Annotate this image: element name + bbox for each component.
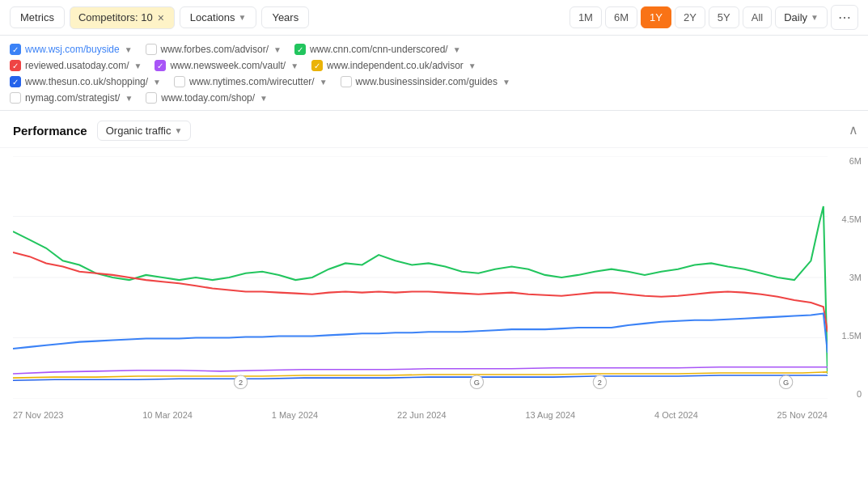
businessinsider-dropdown-icon[interactable]: ▼ (502, 78, 510, 87)
chart-y-labels: 6M 4.5M 3M 1.5M 0 (842, 156, 862, 399)
site-item-thesun[interactable]: ✓ www.thesun.co.uk/shopping/ ▼ (10, 74, 161, 89)
x-label-mar2024: 10 Mar 2024 (142, 410, 193, 420)
collapse-button[interactable]: ∧ (849, 121, 858, 137)
x-label-aug2024: 13 Aug 2024 (525, 410, 575, 420)
newsweek-dropdown-icon[interactable]: ▼ (290, 61, 299, 70)
chart-container: 6M 4.5M 3M 1.5M 0 2 G 2 (0, 148, 868, 423)
checkbox-newsweek[interactable]: ✓ (155, 60, 166, 71)
forbes-dropdown-icon[interactable]: ▼ (273, 45, 282, 54)
organic-traffic-label: Organic traffic (106, 125, 171, 137)
site-link-today: www.today.com/shop/ (161, 92, 255, 104)
check-icon-newsweek: ✓ (157, 61, 163, 70)
sites-row-3: ✓ www.thesun.co.uk/shopping/ ▼ www.nytim… (10, 74, 858, 89)
check-icon-wsj: ✓ (12, 45, 19, 54)
today-dropdown-icon[interactable]: ▼ (260, 94, 268, 103)
site-link-nytimes: www.nytimes.com/wirecutter/ (189, 76, 315, 87)
site-link-businessinsider: www.businessinsider.com/guides (356, 76, 498, 87)
independent-dropdown-icon[interactable]: ▼ (468, 61, 476, 70)
checkbox-today[interactable] (146, 92, 157, 104)
site-item-wsj[interactable]: ✓ www.wsj.com/buyside ▼ (10, 42, 133, 57)
years-button[interactable]: Years (261, 6, 309, 28)
checkbox-usatoday[interactable]: ✓ (10, 60, 21, 71)
x-label-nov2024-end: 25 Nov 2024 (777, 410, 828, 420)
usatoday-dropdown-icon[interactable]: ▼ (134, 61, 142, 70)
annotation-label-1: 2 (239, 379, 243, 387)
years-label: Years (272, 11, 299, 23)
blue-line (13, 313, 828, 353)
checkbox-forbes[interactable] (146, 44, 157, 55)
checkbox-thesun[interactable]: ✓ (10, 76, 21, 87)
sites-row-1: ✓ www.wsj.com/buyside ▼ www.forbes.com/a… (10, 42, 858, 57)
daily-label: Daily (784, 11, 807, 23)
sites-section: ✓ www.wsj.com/buyside ▼ www.forbes.com/a… (0, 36, 868, 111)
daily-button[interactable]: Daily ▼ (775, 6, 828, 28)
check-icon-independent: ✓ (314, 61, 320, 70)
checkbox-businessinsider[interactable] (341, 76, 352, 87)
site-item-nytimes[interactable]: www.nytimes.com/wirecutter/ ▼ (174, 74, 328, 89)
site-link-usatoday: reviewed.usatoday.com/ (25, 60, 129, 71)
performance-title: Performance (13, 124, 87, 138)
x-label-jun2024: 22 Jun 2024 (397, 410, 447, 420)
checkbox-nytimes[interactable] (174, 76, 185, 87)
x-label-nov2023: 27 Nov 2023 (13, 410, 63, 420)
site-link-forbes: www.forbes.com/advisor/ (161, 44, 269, 55)
checkbox-cnn[interactable]: ✓ (294, 44, 306, 55)
performance-header: Performance Organic traffic ▼ ∧ (0, 111, 868, 148)
organic-traffic-dropdown-icon: ▼ (174, 126, 182, 135)
competitors-button[interactable]: Competitors: 10 × (70, 6, 175, 29)
annotation-label-3: 2 (598, 379, 602, 387)
time-1m-button[interactable]: 1M (569, 6, 602, 28)
more-icon: ⋯ (838, 11, 851, 24)
annotation-label-2: G (474, 379, 480, 387)
more-options-button[interactable]: ⋯ (831, 5, 858, 30)
y-label-1_5m: 1.5M (842, 331, 862, 341)
y-label-4_5m: 4.5M (842, 214, 862, 224)
main-toolbar: Metrics Competitors: 10 × Locations ▼ Ye… (0, 0, 868, 36)
site-link-newsweek: www.newsweek.com/vault/ (170, 60, 286, 71)
site-item-cnn[interactable]: ✓ www.cnn.com/cnn-underscored/ ▼ (294, 42, 461, 57)
y-label-6m: 6M (849, 156, 862, 166)
checkbox-nymag[interactable] (10, 92, 21, 104)
check-icon-thesun: ✓ (12, 78, 19, 87)
time-6m-button[interactable]: 6M (605, 6, 637, 28)
x-label-may2024: 1 May 2024 (272, 410, 318, 420)
site-item-newsweek[interactable]: ✓ www.newsweek.com/vault/ ▼ (155, 58, 299, 73)
checkbox-wsj[interactable]: ✓ (10, 44, 21, 55)
y-label-0: 0 (857, 389, 862, 399)
organic-traffic-button[interactable]: Organic traffic ▼ (97, 121, 192, 141)
site-item-independent[interactable]: ✓ www.independent.co.uk/advisor ▼ (311, 58, 476, 73)
time-2y-button[interactable]: 2Y (675, 6, 705, 28)
sites-row-2: ✓ reviewed.usatoday.com/ ▼ ✓ www.newswee… (10, 58, 858, 73)
x-label-oct2024: 4 Oct 2024 (654, 410, 698, 420)
site-link-thesun: www.thesun.co.uk/shopping/ (25, 76, 148, 87)
site-link-nymag: nymag.com/strategist/ (25, 92, 120, 104)
check-icon-cnn: ✓ (297, 45, 303, 54)
cnn-dropdown-icon[interactable]: ▼ (453, 45, 461, 54)
locations-button[interactable]: Locations ▼ (180, 6, 257, 28)
nytimes-dropdown-icon[interactable]: ▼ (320, 78, 328, 87)
check-icon-usatoday: ✓ (12, 61, 19, 70)
chart-svg: 2 G 2 G (13, 156, 828, 399)
green-line (13, 206, 828, 374)
site-link-independent: www.independent.co.uk/advisor (327, 60, 464, 71)
site-item-forbes[interactable]: www.forbes.com/advisor/ ▼ (146, 42, 282, 57)
locations-label: Locations (190, 11, 235, 23)
metrics-button[interactable]: Metrics (10, 6, 65, 28)
chart-x-labels: 27 Nov 2023 10 Mar 2024 1 May 2024 22 Ju… (13, 410, 828, 420)
site-item-businessinsider[interactable]: www.businessinsider.com/guides ▼ (341, 74, 510, 89)
toolbar-left: Metrics Competitors: 10 × Locations ▼ Ye… (10, 6, 565, 29)
site-item-nymag[interactable]: nymag.com/strategist/ ▼ (10, 91, 133, 105)
daily-dropdown-icon: ▼ (811, 13, 819, 22)
time-all-button[interactable]: All (743, 6, 772, 28)
nymag-dropdown-icon[interactable]: ▼ (125, 94, 133, 103)
wsj-dropdown-icon[interactable]: ▼ (125, 45, 133, 54)
time-5y-button[interactable]: 5Y (709, 6, 739, 28)
thesun-dropdown-icon[interactable]: ▼ (153, 78, 161, 87)
time-1y-button[interactable]: 1Y (641, 6, 671, 28)
competitors-close-button[interactable]: × (156, 11, 166, 24)
toolbar-right: 1M 6M 1Y 2Y 5Y All Daily ▼ ⋯ (569, 5, 858, 30)
site-item-today[interactable]: www.today.com/shop/ ▼ (146, 91, 268, 105)
collapse-icon: ∧ (849, 122, 858, 136)
checkbox-independent[interactable]: ✓ (311, 60, 323, 71)
site-item-usatoday[interactable]: ✓ reviewed.usatoday.com/ ▼ (10, 58, 142, 73)
